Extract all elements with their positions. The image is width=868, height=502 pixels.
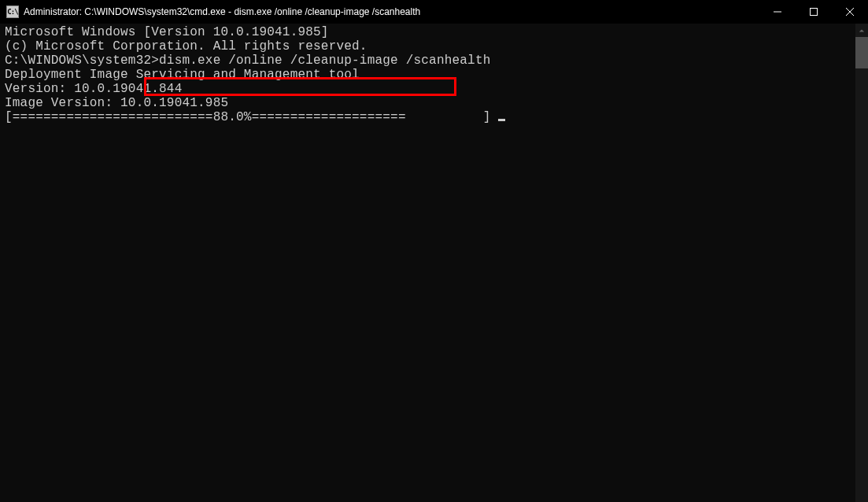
typed-command: dism.exe /online /cleanup-image /scanhea… — [159, 54, 490, 68]
cmd-icon: C:\ — [6, 6, 19, 18]
maximize-icon — [810, 8, 818, 16]
window-controls — [759, 0, 868, 24]
svg-rect-1 — [811, 9, 818, 16]
minimize-icon — [774, 8, 781, 16]
scroll-up-button[interactable] — [855, 24, 868, 37]
vertical-scrollbar[interactable] — [855, 24, 868, 502]
minimize-button[interactable] — [759, 0, 796, 24]
tool-name-line: Deployment Image Servicing and Managemen… — [5, 68, 851, 82]
command-line: C:\WINDOWS\system32>dism.exe /online /cl… — [5, 54, 851, 68]
window-title: Administrator: C:\WINDOWS\system32\cmd.e… — [24, 6, 420, 17]
tool-version-line: Version: 10.0.19041.844 — [5, 82, 851, 96]
close-icon — [846, 8, 854, 16]
image-version-line: Image Version: 10.0.19041.985 — [5, 96, 851, 110]
prompt-prefix: C:\WINDOWS\system32> — [5, 54, 159, 68]
cursor — [498, 119, 505, 121]
window-titlebar: C:\ Administrator: C:\WINDOWS\system32\c… — [0, 0, 868, 24]
progress-bar-text: [==========================88.0%========… — [5, 110, 498, 124]
maximize-button[interactable] — [796, 0, 832, 24]
close-button[interactable] — [832, 0, 868, 24]
progress-line: [==========================88.0%========… — [5, 110, 851, 124]
chevron-up-icon — [859, 28, 865, 34]
terminal-output[interactable]: Microsoft Windows [Version 10.0.19041.98… — [0, 24, 855, 502]
os-banner-line: Microsoft Windows [Version 10.0.19041.98… — [5, 25, 851, 39]
titlebar-left: C:\ Administrator: C:\WINDOWS\system32\c… — [0, 6, 420, 18]
copyright-line: (c) Microsoft Corporation. All rights re… — [5, 39, 851, 54]
scrollbar-thumb[interactable] — [855, 37, 868, 68]
